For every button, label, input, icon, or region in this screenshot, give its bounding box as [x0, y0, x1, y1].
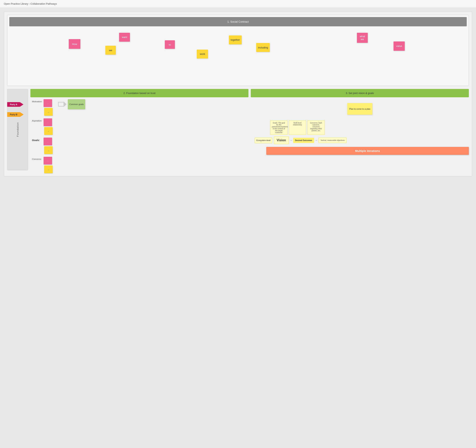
foundation-body: Motivation: .. .. [30, 99, 249, 173]
main-board: 1. Social Contract How want we to [4, 12, 472, 177]
sticky-how: How [69, 39, 80, 49]
left-sidebar: Foundation [7, 89, 28, 170]
sticky-together: together [229, 35, 242, 44]
vision-flow-row: Ecosystem-level Vision → Desired Outcome… [255, 136, 469, 144]
sticky-value: value [393, 41, 405, 51]
goals-sticky-2: .. [44, 146, 53, 154]
party-a-label: Party A [7, 102, 20, 107]
motivation-sticky-2: .. [44, 108, 53, 116]
goals-inner: Goals: .. [32, 138, 53, 145]
foundation-label: Foundation [16, 122, 19, 137]
tactical-box: Tactical, measurable objectives [318, 138, 347, 143]
aspiration-group: Aspiration: .. .. [32, 118, 53, 135]
goals-group: Goals: .. .. [32, 138, 53, 154]
plan-note-sticky: Plan to come to a plan [347, 103, 372, 115]
sticky-to: to [165, 40, 175, 49]
goals-row2: .. [44, 146, 53, 154]
aspiration-row2: .. [44, 127, 53, 135]
page-title: Open Practice Library - Collaboration Pa… [0, 0, 476, 8]
social-contract-header: 1. Social Contract [9, 17, 467, 26]
info-boxes-row: Goals: The goal for the partners/ecosyst… [270, 121, 469, 135]
info-box-goals: Goals: The goal for the partners/ecosyst… [270, 121, 288, 135]
concerns-sticky-2: .. [44, 166, 53, 173]
common-goals-area: Common goals [54, 99, 85, 113]
aspiration-label: Aspiration: [32, 118, 43, 122]
arrow-outline-wrapper [58, 102, 67, 107]
vision-box: Vision [274, 136, 289, 144]
party-b-arrow-head [20, 112, 24, 117]
common-goals-row: Common goals [58, 99, 85, 109]
social-contract-section: 1. Social Contract How want we to [7, 15, 469, 86]
bottom-section: Foundation Party A Party B 2. Foundation… [7, 89, 469, 173]
joint-vision-header: 3. Set joint vision & goals [251, 89, 469, 97]
desired-outcomes-box: Desired Outcomes [293, 138, 314, 143]
concerns-group: Concerns: .. .. [32, 157, 53, 173]
party-b-arrow: Party B [7, 112, 41, 117]
aspiration-sticky-1: .. [44, 118, 52, 126]
sticky-what-we: what we [357, 33, 368, 43]
party-a-arrow-head [20, 102, 23, 107]
arrow-outline-head [63, 102, 67, 107]
goals-sticky-1: .. [44, 138, 52, 145]
rows-container: Motivation: .. .. [32, 99, 53, 173]
common-goals-sticky: Common goals [68, 99, 85, 109]
sticky-work: work [197, 50, 208, 58]
sticky-notes-area: How want we to together [9, 29, 467, 84]
info-box-concerns: Concerns: Dark outcome, concerns regardi… [307, 121, 325, 135]
concerns-label: Concerns: [32, 157, 43, 160]
flow-arrow-2: → [290, 139, 292, 142]
arrow-outline [58, 102, 63, 107]
party-a-arrow: Party A [7, 102, 41, 107]
motivation-row2: .. [44, 108, 53, 116]
concerns-inner: Concerns: .. [32, 157, 53, 165]
sidebar-wrapper: Foundation Party A Party B [7, 89, 28, 170]
sticky-including: including [256, 43, 270, 52]
aspiration-inner: Aspiration: .. [32, 118, 53, 126]
vision-goals-area: Goals: The goal for the partners/ecosyst… [251, 121, 469, 155]
goals-label: Goals: [32, 138, 43, 142]
sticky-want: want [119, 33, 130, 42]
foundation-section: 2. Foundation based on trust Motivation:… [30, 89, 249, 173]
right-section: 3. Set joint vision & goals Plan to come… [251, 89, 469, 155]
party-b-label: Party B [7, 112, 20, 117]
sticky-we: we [105, 46, 116, 55]
concerns-sticky-1: .. [44, 157, 52, 165]
foundation-header: 2. Foundation based on trust [30, 89, 249, 97]
aspiration-sticky-2: .. [44, 127, 53, 135]
info-box-relationship: Multi-level relationship [289, 121, 306, 135]
concerns-row2: .. [44, 166, 53, 173]
flow-arrow-3: → [315, 139, 317, 142]
main-container: 1. Social Contract How want we to [0, 8, 476, 180]
multiple-iterations-box: Multiple iterations [266, 147, 469, 155]
motivation-sticky-1: .. [44, 99, 52, 107]
plan-note-area: Plan to come to a plan [251, 99, 469, 119]
ecosystem-box: Ecosystem-level [255, 138, 272, 143]
